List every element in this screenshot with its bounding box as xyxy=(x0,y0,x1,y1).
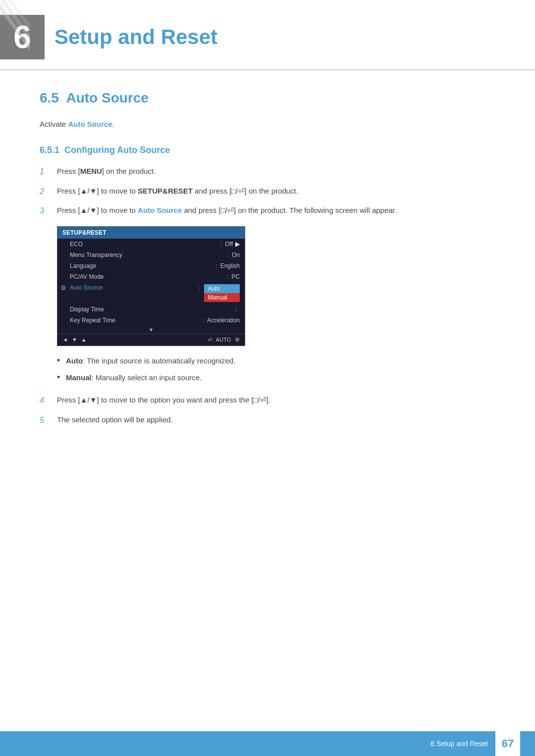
footer-page-number: 67 xyxy=(495,731,520,756)
menu-row-transparency: Menu Transparency : On xyxy=(57,250,245,260)
diagonal-decoration xyxy=(0,0,30,54)
menu-row-eco: ECO : Off ▶ xyxy=(57,239,245,250)
dropdown-manual: Manual xyxy=(204,293,240,302)
page-content: 6.5 Auto Source Activate Auto Source. 6.… xyxy=(0,90,535,474)
menu-title-bar: SETUP&RESET xyxy=(57,227,245,239)
bullet-auto: • Auto: The input source is automaticall… xyxy=(57,355,495,368)
menu-bottom-icons: ◄ ▼ ▲ xyxy=(62,337,87,343)
nav-icon-up: ▲ xyxy=(81,337,87,343)
nav-icon-auto: AUTO xyxy=(216,337,231,343)
menu-screenshot: SETUP&RESET ECO : Off ▶ Menu Transparenc… xyxy=(57,226,245,346)
menu-row-language: Language : English xyxy=(57,260,245,271)
menu-down-arrow: ▼ xyxy=(57,326,245,334)
dropdown-auto: Auto xyxy=(204,284,240,293)
steps-list-2: 4 Press [▲/▼] to move to the option you … xyxy=(40,394,495,426)
subsection-heading: 6.5.1 Configuring Auto Source xyxy=(40,145,495,155)
step-5: 5 The selected option will be applied. xyxy=(40,414,495,427)
bullet-manual: • Manual: Manually select an input sourc… xyxy=(57,372,495,385)
footer-text: 6 Setup and Reset xyxy=(430,740,488,748)
chapter-header: 6 Setup and Reset xyxy=(0,0,535,70)
step-2: 2 Press [▲/▼] to move to SETUP&RESET and… xyxy=(40,185,495,198)
bullet-list: • Auto: The input source is automaticall… xyxy=(57,355,495,385)
nav-icon-left: ◄ xyxy=(62,337,68,343)
section-heading: 6.5 Auto Source xyxy=(40,90,495,106)
step-4: 4 Press [▲/▼] to move to the option you … xyxy=(40,394,495,407)
menu-row-autosource: ⚙ Auto Source : Auto Manual xyxy=(57,282,245,304)
menu-bottom-bar: ◄ ▼ ▲ ⏎ AUTO ⚙ xyxy=(57,334,245,346)
step-3: 3 Press [▲/▼] to move to Auto Source and… xyxy=(40,204,495,217)
page-footer: 6 Setup and Reset 67 xyxy=(0,731,535,756)
intro-text: Activate Auto Source. xyxy=(40,118,495,130)
menu-row-keyrepeat: Key Repeat Time : Acceleration xyxy=(57,315,245,326)
nav-icon-down: ▼ xyxy=(72,337,77,343)
chapter-title: Setup and Reset xyxy=(54,25,217,49)
menu-bottom-icons-right: ⏎ AUTO ⚙ xyxy=(208,337,240,343)
menu-row-displaytime: Display Time : xyxy=(57,304,245,315)
steps-list: 1 Press [MENU] on the product. 2 Press [… xyxy=(40,165,495,217)
step-1: 1 Press [MENU] on the product. xyxy=(40,165,495,178)
dropdown-box: Auto Manual xyxy=(204,284,240,302)
nav-icon-enter: ⏎ xyxy=(208,337,212,343)
menu-row-pcav: PC/AV Mode : PC xyxy=(57,271,245,282)
nav-icon-gear: ⚙ xyxy=(235,337,240,343)
gear-icon: ⚙ xyxy=(60,284,66,292)
